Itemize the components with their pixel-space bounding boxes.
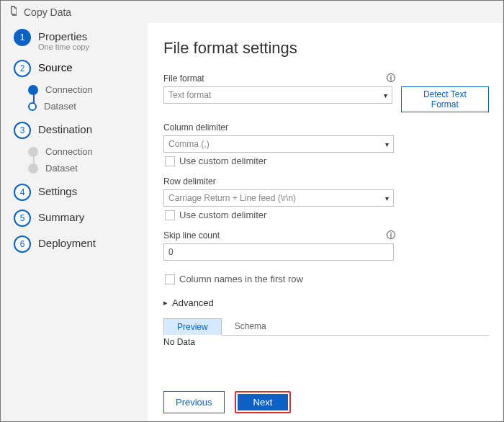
wizard-sidebar: 1 Properties One time copy 2 Source Conn… <box>1 22 145 422</box>
substeps-destination: Connection Dataset <box>28 143 145 179</box>
col-custom-delimiter-check[interactable]: Use custom delimiter <box>165 156 489 166</box>
step-circle-4: 4 <box>14 184 31 201</box>
chevron-down-icon: ▾ <box>384 91 387 99</box>
step-circle-1: 1 <box>14 29 31 46</box>
step-summary[interactable]: 5 Summary <box>1 205 145 231</box>
checkbox-icon <box>165 156 175 166</box>
substep-label: Connection <box>45 146 93 157</box>
file-format-select[interactable]: Text format ▾ <box>163 86 392 104</box>
step-label: Settings <box>38 184 77 197</box>
step-label: Summary <box>38 210 84 223</box>
checkbox-label: Use custom delimiter <box>179 210 266 220</box>
substep-label: Dataset <box>45 163 78 174</box>
substep-label: Dataset <box>44 101 76 112</box>
next-button-highlight: Next <box>235 391 292 413</box>
copy-data-icon <box>8 5 19 19</box>
column-delimiter-label: Column delimiter <box>163 122 489 133</box>
checkbox-label: Use custom delimiter <box>179 156 266 166</box>
substep-dot <box>28 147 38 157</box>
checkbox-label: Column names in the first row <box>179 274 303 284</box>
advanced-toggle[interactable]: ▸ Advanced <box>163 297 489 308</box>
step-circle-2: 2 <box>14 60 31 77</box>
substep-connection[interactable]: Connection <box>28 81 145 98</box>
row-delimiter-label: Row delimiter <box>163 176 489 187</box>
chevron-right-icon: ▸ <box>163 298 168 307</box>
step-label: Deployment <box>38 235 96 249</box>
column-delimiter-row: Column delimiter Comma (,) ▾ Use custom … <box>163 122 489 166</box>
shell: 1 Properties One time copy 2 Source Conn… <box>1 22 503 422</box>
info-icon[interactable]: i <box>387 73 395 82</box>
step-sublabel: One time copy <box>38 42 89 51</box>
row-delimiter-row: Row delimiter Carriage Return + Line fee… <box>163 176 489 220</box>
skip-line-count-row: Skip line count i <box>163 230 489 261</box>
substep-dataset[interactable]: Dataset <box>28 98 145 115</box>
substep-dot <box>28 163 38 174</box>
next-button[interactable]: Next <box>238 394 289 410</box>
skip-line-count-input[interactable] <box>163 243 394 261</box>
substep-connection[interactable]: Connection <box>28 143 145 160</box>
checkbox-icon <box>165 274 175 284</box>
row-delimiter-select[interactable]: Carriage Return + Line feed (\r\n) ▾ <box>163 189 394 207</box>
page-title: File format settings <box>163 39 489 58</box>
previous-button[interactable]: Previous <box>163 391 225 413</box>
checkbox-icon <box>165 210 175 220</box>
step-deployment[interactable]: 6 Deployment <box>1 231 145 257</box>
step-circle-6: 6 <box>14 235 31 253</box>
select-value: Text format <box>168 90 211 100</box>
step-destination[interactable]: 3 Destination <box>1 117 145 143</box>
titlebar-label: Copy Data <box>24 6 71 18</box>
select-value: Carriage Return + Line feed (\r\n) <box>168 193 296 203</box>
chevron-down-icon: ▾ <box>385 140 389 148</box>
file-format-row: File format i Text format ▾ Detect Text … <box>163 73 489 112</box>
substep-dot <box>28 102 37 111</box>
tab-schema[interactable]: Schema <box>222 318 279 335</box>
content-panel: File format settings File format i Text … <box>148 23 502 421</box>
step-properties[interactable]: 1 Properties One time copy <box>1 24 145 55</box>
detect-text-format-button[interactable]: Detect Text Format <box>401 86 489 112</box>
substep-dataset[interactable]: Dataset <box>28 160 145 176</box>
step-circle-3: 3 <box>14 122 31 139</box>
step-source[interactable]: 2 Source <box>1 55 145 81</box>
column-names-first-row-check[interactable]: Column names in the first row <box>165 274 489 284</box>
titlebar: Copy Data <box>1 1 503 22</box>
step-label: Destination <box>38 122 92 135</box>
preview-tabs: Preview Schema <box>163 318 489 336</box>
file-format-label: File format i <box>163 73 489 84</box>
step-label: Properties <box>38 29 89 42</box>
advanced-label: Advanced <box>172 297 214 308</box>
step-label: Source <box>38 60 73 73</box>
footer-buttons: Previous Next <box>163 384 489 413</box>
skip-line-count-label: Skip line count i <box>163 230 489 241</box>
step-settings[interactable]: 4 Settings <box>1 179 145 205</box>
preview-body: No Data <box>163 336 489 347</box>
info-icon[interactable]: i <box>387 230 395 239</box>
step-circle-5: 5 <box>14 210 31 227</box>
column-delimiter-select[interactable]: Comma (,) ▾ <box>163 135 394 153</box>
row-custom-delimiter-check[interactable]: Use custom delimiter <box>165 210 489 220</box>
chevron-down-icon: ▾ <box>385 194 389 202</box>
substep-label: Connection <box>45 84 93 95</box>
substeps-source: Connection Dataset <box>28 81 145 117</box>
select-value: Comma (,) <box>168 139 210 149</box>
substep-dot <box>28 85 38 95</box>
tab-preview[interactable]: Preview <box>163 318 222 336</box>
